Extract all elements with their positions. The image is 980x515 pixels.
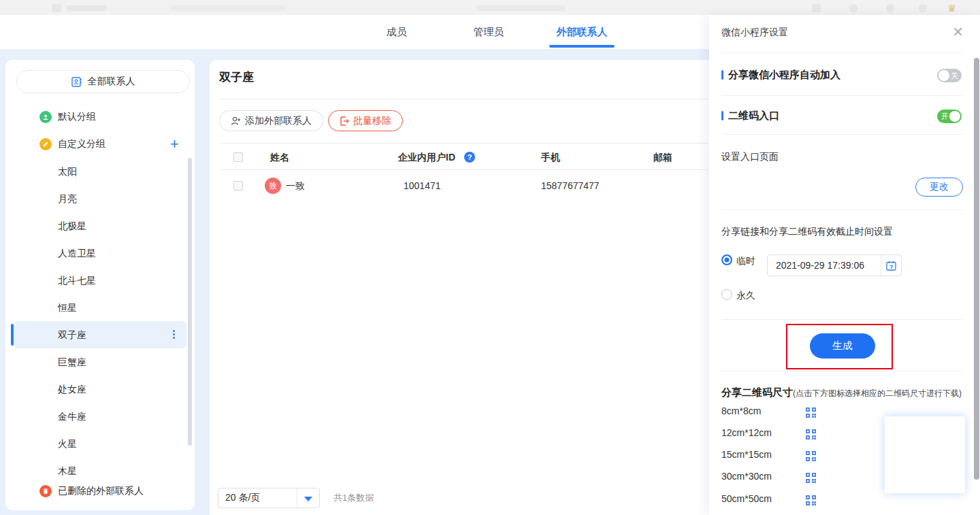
wechat-miniprogram-settings-drawer: 微信小程序设置 ✕ 分享微信小程序自动加入 关 二维码入口 开 设置入口页面 更… [709, 15, 980, 515]
ghost-text [170, 5, 286, 11]
all-contacts-button[interactable]: 全部联系人 [16, 70, 190, 93]
auto-join-label: 分享微信小程序自动加入 [728, 69, 840, 82]
sidebar-group-item[interactable]: 木星 [58, 461, 77, 480]
qr-download-icon[interactable] [806, 451, 816, 461]
section-accent-bar [721, 70, 723, 80]
pagination-bar: 20 条/页 共1条数据 [218, 488, 374, 508]
tab-external-label: 外部联系人 [557, 26, 608, 37]
sidebar-group-item[interactable]: 恒星 [58, 298, 77, 317]
calendar-icon[interactable] [881, 255, 901, 276]
tab-members[interactable]: 成员 [373, 15, 421, 49]
qr-size-item: 12cm*12cm [721, 427, 772, 442]
total-count-label: 共1条数据 [333, 492, 374, 504]
row-checkbox[interactable] [233, 181, 243, 190]
remove-export-icon [340, 116, 349, 126]
qr-download-icon[interactable] [806, 429, 816, 439]
section-accent-bar [721, 111, 723, 120]
qr-download-icon[interactable] [806, 473, 816, 483]
qr-size-item: 30cm*30cm [721, 471, 772, 486]
ghost-text [67, 5, 106, 11]
deleted-contacts-label: 已删除的外部联系人 [58, 485, 144, 497]
active-tab-underline [549, 45, 615, 48]
divider [721, 319, 963, 320]
tab-external-contacts[interactable]: 外部联系人 [549, 15, 615, 49]
qr-entry-label: 二维码入口 [728, 110, 779, 122]
all-contacts-label: 全部联系人 [88, 76, 135, 88]
cell-user-id: 1001471 [404, 170, 441, 201]
pencil-circle-icon [39, 138, 52, 150]
select-all-checkbox[interactable] [233, 152, 243, 162]
ghost-icon [919, 4, 927, 12]
toggle-state-label: 关 [951, 71, 958, 81]
qr-size-item: 8cm*8cm [721, 405, 761, 420]
close-icon[interactable]: ✕ [952, 24, 964, 39]
tab-admins[interactable]: 管理员 [465, 15, 512, 49]
permanent-label: 永久 [736, 290, 755, 302]
sidebar-item-deleted-contacts[interactable]: 已删除的外部联系人 [5, 482, 195, 501]
custom-group-label: 自定义分组 [58, 138, 105, 150]
col-header-email: 邮箱 [653, 144, 672, 171]
auto-join-toggle[interactable]: 关 [937, 69, 962, 82]
sidebar-group-item[interactable]: 北极星 [58, 216, 86, 235]
selected-group-highlight [14, 321, 186, 348]
page-size-value: 20 条/页 [225, 492, 260, 504]
sidebar-item-custom-group[interactable]: 自定义分组 [5, 135, 195, 154]
temporary-label: 临时 [736, 255, 755, 267]
group-more-menu-icon[interactable] [169, 330, 178, 341]
ghost-icon [849, 4, 858, 12]
default-group-label: 默认分组 [58, 111, 96, 123]
sidebar-group-item[interactable]: 火星 [58, 434, 77, 453]
sidebar-group-item-selected[interactable]: 双子座 [58, 325, 86, 344]
page-size-select[interactable]: 20 条/页 [218, 488, 320, 508]
datetime-value: 2021-09-29 17:39:06 [768, 255, 881, 276]
permanent-radio[interactable] [721, 289, 732, 300]
qr-download-icon[interactable] [806, 408, 816, 418]
browser-top-strip: ♛ [0, 0, 980, 15]
drawer-title: 微信小程序设置 [721, 27, 788, 39]
qr-download-icon[interactable] [806, 495, 816, 505]
sidebar-group-item[interactable]: 北斗七星 [58, 271, 96, 290]
sidebar-group-item[interactable]: 人造卫星 [58, 244, 96, 263]
ghost-icon [886, 4, 894, 12]
entry-page-label: 设置入口页面 [721, 151, 779, 163]
contacts-sidebar: 全部联系人 默认分组 自定义分组 + 太阳 月亮 北极星 人造卫星 北斗七星 恒… [5, 60, 195, 510]
divider [721, 210, 963, 210]
qr-size-hint: (点击下方图标选择相应的二维码尺寸进行下载) [793, 388, 962, 398]
sidebar-group-item[interactable]: 太阳 [58, 162, 77, 181]
sidebar-group-item[interactable]: 金牛座 [58, 407, 86, 426]
contact-avatar: 致 [265, 178, 281, 194]
change-button[interactable]: 更改 [915, 178, 963, 197]
add-group-button[interactable]: + [170, 136, 179, 152]
sidebar-group-item[interactable]: 巨蟹座 [58, 352, 86, 371]
qr-size-title: 分享二维码尺寸(点击下方图标选择相应的二维码尺寸进行下载) [721, 386, 962, 399]
divider [721, 134, 963, 135]
help-icon[interactable]: ? [464, 152, 475, 163]
cell-name: 一致 [286, 170, 305, 201]
temporary-radio[interactable] [721, 254, 732, 265]
person-circle-icon [39, 111, 52, 123]
qr-entry-toggle[interactable]: 开 [937, 110, 962, 123]
batch-remove-button[interactable]: 批量移除 [328, 110, 403, 131]
cell-phone: 15877677477 [541, 170, 600, 201]
crown-icon: ♛ [947, 3, 956, 13]
selected-group-indicator [11, 324, 14, 346]
batch-remove-label: 批量移除 [353, 115, 391, 127]
expiry-datetime-input[interactable]: 2021-09-29 17:39:06 [767, 254, 902, 276]
toggle-state-label: 开 [941, 112, 949, 122]
add-external-contact-label: 添加外部联系人 [245, 115, 312, 127]
divider [721, 371, 963, 371]
trash-circle-icon [39, 485, 52, 497]
col-header-phone: 手机 [541, 144, 560, 171]
ghost-text [476, 5, 565, 11]
ghost-icon [812, 4, 821, 12]
add-external-contact-button[interactable]: 添加外部联系人 [219, 110, 323, 131]
drawer-scrollbar[interactable] [974, 58, 979, 480]
sidebar-scrollbar[interactable] [188, 158, 192, 446]
qr-size-item: 50cm*50cm [721, 493, 772, 508]
sidebar-item-default-group[interactable]: 默认分组 [5, 107, 195, 127]
generate-button[interactable]: 生成 [810, 333, 875, 359]
sidebar-group-item[interactable]: 处女座 [58, 380, 86, 399]
sidebar-group-item[interactable]: 月亮 [58, 189, 77, 208]
col-header-user-id: 企业内用户ID [398, 144, 455, 171]
qr-preview-placeholder [885, 416, 965, 493]
